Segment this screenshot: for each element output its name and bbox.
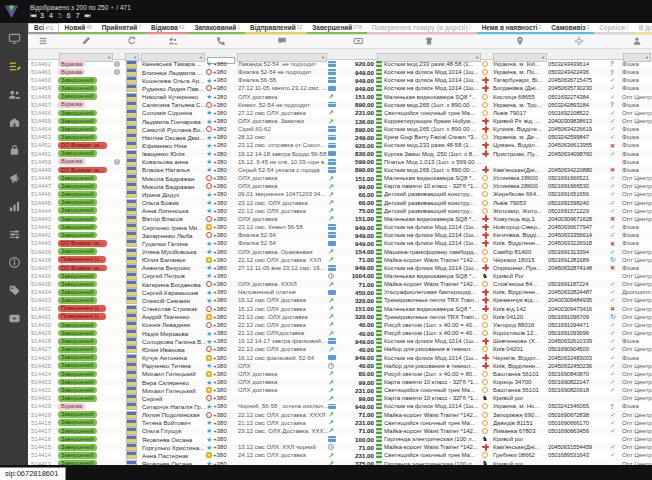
header-refresh-icon[interactable] [124, 36, 140, 46]
order-row[interactable]: 514453ЗавершенийНікітіна Оксана Дми...★+… [28, 133, 652, 141]
order-row[interactable]: 514441ЗавершенийЗахарченко Люба+380Фиалк… [28, 231, 652, 239]
page-button-3[interactable]: 3 [40, 12, 44, 19]
order-row[interactable]: 514449DO Возврат ок...Власюк Наталья★+38… [28, 166, 652, 174]
customer-name: Сергей Петров [140, 272, 185, 279]
header-rows-icon[interactable] [28, 36, 58, 46]
order-row[interactable]: 514443ЗавершенийВіктор Власов+380ОЛХ дос… [28, 215, 652, 223]
page-button-5[interactable]: 5 [58, 12, 62, 19]
sidebar-item-video[interactable] [0, 306, 28, 334]
order-row[interactable]: 514430ЗавершенийКсенія Левадняя+38022.12… [28, 321, 652, 329]
order-row[interactable]: 514458ЗавершенийНиколай Кучеренко★+380ОЛ… [28, 92, 652, 100]
tab-3[interactable]: Відмова42 [146, 23, 189, 34]
delivered-check-icon: ✓ [610, 354, 615, 362]
order-row[interactable]: 514457ВідмоваСалегина Татьяна С...+380Ке… [28, 101, 652, 109]
order-row[interactable]: 514425ЗавершенийРадченко Тетяна★+380ОЛХ4… [28, 362, 652, 370]
page-button-6[interactable]: 6 [67, 12, 71, 19]
tab-7[interactable]: Повернення товару (в дорозі)0 [367, 23, 477, 34]
sidebar-item-purchases[interactable] [0, 138, 28, 166]
sidebar-item-info[interactable] [0, 250, 28, 278]
order-row[interactable]: 514429ЗавершенийНадія Мерзаєва★+38021.12… [28, 329, 652, 337]
order-row[interactable]: 514446ЗавершенийИрина Дидух★+38009.01 зв… [28, 190, 652, 198]
header-location-icon[interactable] [492, 36, 548, 46]
records-shown[interactable]: Відображено з 200 по 250 ▼ / 471 [30, 4, 131, 11]
sidebar-item-stats[interactable] [0, 194, 28, 222]
order-row[interactable]: 514418ЗавершенийТетяна Войтович★+38021.1… [28, 419, 652, 427]
tab-1[interactable]: Новий48 [59, 23, 96, 34]
order-row[interactable]: 514454ЗавершенийСамотій Руслана Во...+38… [28, 125, 652, 133]
product-box-icon [376, 142, 382, 148]
order-row[interactable]: 514433ЗавершенийОлексій Семанін★+38015.1… [28, 296, 652, 304]
tab-10[interactable]: Сервіси0 [594, 23, 633, 34]
page-button-4[interactable]: 4 [49, 12, 53, 19]
header-product-icon[interactable] [376, 36, 482, 46]
sidebar-item-tags[interactable] [0, 278, 28, 306]
first-page-button[interactable]: |◀◀ [30, 13, 35, 18]
order-row[interactable]: 514452DO Возврат ок...Єфименко Ніна★+380… [28, 141, 652, 149]
order-row[interactable]: 514420ВідмоваСитарчук Наталія Гр...★+380… [28, 402, 652, 410]
product-name: Светящийся гоночный трек Ma... [384, 110, 475, 116]
order-row[interactable]: 514428ЗавершенийСолодкова Галина В...★+3… [28, 337, 652, 345]
order-row[interactable]: 514423ЗавершенийВера Скляренко★+380ОЛХ д… [28, 378, 652, 386]
header-pencil-icon[interactable] [58, 36, 114, 46]
sidebar-item-settings[interactable] [0, 222, 28, 250]
order-row[interactable]: 514414ЗавершенийАнна Пастернак+38024.12 … [28, 451, 652, 459]
order-row[interactable]: 514459ЗавершенийРуденко Лидия Пав...+380… [28, 84, 652, 92]
order-row[interactable]: 514435ЗавершенийКатерина Богданова+380ОЛ… [28, 280, 652, 288]
tab-4[interactable]: Запакований1 [189, 23, 245, 34]
order-row[interactable]: 514417ЗавершенийОльга Глущук★+38023.12 с… [28, 427, 652, 435]
order-row[interactable]: 514460ЗавершенийКошелева Ольга Ар...★+38… [28, 76, 652, 84]
sidebar-item-announcements[interactable] [0, 166, 28, 194]
header-phone-icon[interactable] [206, 36, 236, 46]
order-row[interactable]: 514440DO Возврат ок...Гуцалюк Галина★+38… [28, 239, 652, 247]
tab-0[interactable]: Всі471 [28, 23, 59, 34]
header-tracking-icon[interactable] [548, 36, 610, 46]
order-row[interactable]: 514431Повернення (з...Андрій Ткаченко+38… [28, 313, 652, 321]
order-row[interactable]: 514461ВідмоваiБлизнюк Людмила ...+380Фиа… [28, 68, 652, 76]
order-row[interactable]: 514415ЗавершенийГоргулько Христина...★+3… [28, 443, 652, 451]
order-row[interactable]: 514442ЗавершенийСергієнко Ірина Ми...+38… [28, 223, 652, 231]
order-source: Опт Центр [622, 379, 652, 385]
order-row[interactable]: 514434ЗавершенийСергей Карамышев★+380Нал… [28, 288, 652, 296]
order-row[interactable]: 514419ЗавершенийЛилия Подолинская+38022.… [28, 411, 652, 419]
pending-clock-icon [328, 363, 334, 369]
order-id: 514443 [28, 216, 51, 222]
order-row[interactable]: 514456ЗавершенийСоломія Сідоніна★+38027.… [28, 109, 652, 117]
order-row[interactable]: 514439ЗавершенийУляна Мусійовська★+380ОЛ… [28, 247, 652, 255]
delivered-check-icon: ✓ [610, 207, 615, 215]
order-row[interactable]: 514450ВідмоваiКовальова анна★+38015.12. … [28, 158, 652, 166]
sidebar-item-orders[interactable] [0, 54, 28, 82]
order-row[interactable]: 514437DO Возврат ок...Анжела Безушко★+38… [28, 264, 652, 272]
sidebar-item-store[interactable] [0, 110, 28, 138]
order-row[interactable]: 514421ЗавершенийСергей+380↗99.00Карта па… [28, 394, 652, 402]
order-row[interactable]: 514444ЗавершенийАнна Липенська★+38022.12… [28, 207, 652, 215]
tab-11[interactable]: В дорозі додому0 [634, 23, 652, 34]
tab-6[interactable]: Завершений278 [307, 23, 366, 34]
header-manager-icon[interactable] [622, 36, 652, 46]
order-row[interactable]: 514455ЗавершенийЛюдмила Гончарова★+380ОЛ… [28, 117, 652, 125]
sidebar-item-customers[interactable] [0, 82, 28, 110]
order-row[interactable]: 514416ЗавершенийЯковлева Оксана★+380100.… [28, 435, 652, 443]
page-button-7[interactable]: 7 [76, 12, 80, 19]
order-row[interactable]: 514451ЗавершенийІващенко Юлія★+38019.12 … [28, 150, 652, 158]
order-row[interactable]: 514445ЗавершенийОльга Божик★+38023.12 см… [28, 198, 652, 206]
tab-9[interactable]: Самовивіз2 [546, 23, 594, 34]
app-logo-icon[interactable] [3, 3, 20, 24]
order-row[interactable]: 514422ЗавершенийМихаил Гилецький+380ОЛХ … [28, 386, 652, 394]
header-customers-icon[interactable] [140, 36, 206, 46]
order-row[interactable]: 514436ЗавершенийСергей Петров★+3801004.0… [28, 272, 652, 280]
header-comment-icon[interactable] [236, 36, 328, 46]
order-row[interactable]: 514427ЗавершенийЮлия Иванова+38022.12 см… [28, 345, 652, 353]
tab-8[interactable]: Нема в наявності1 [477, 23, 547, 34]
order-row[interactable]: 514424ЗавершенийМихаил Гилецький+380ОЛХ … [28, 370, 652, 378]
tab-5[interactable]: Відправлений12 [245, 23, 307, 34]
sidebar-item-dashboard[interactable] [0, 26, 28, 54]
tab-2[interactable]: Прийнятий7 [97, 23, 146, 34]
order-row[interactable]: 514462ВідмоваiКаневська Тамара ...★+380Л… [28, 60, 652, 68]
order-row[interactable]: 514447ЗавершенийМикола Бадражан+380ОЛХ д… [28, 182, 652, 190]
order-row[interactable]: 514438Повернення (з...Юлия Баланюк+38022… [28, 256, 652, 264]
header-money-icon[interactable] [340, 36, 376, 46]
order-row[interactable]: 514448ЗавершенийМикола Бадражан+380ОЛХ д… [28, 174, 652, 182]
order-row[interactable]: 514426ЗавершенийКучук Антонина+38016.12 … [28, 353, 652, 361]
order-row[interactable]: 514432Повернення (з...Станіслав Стрижак+… [28, 305, 652, 313]
last-page-button[interactable]: ▶▶| [85, 13, 90, 18]
